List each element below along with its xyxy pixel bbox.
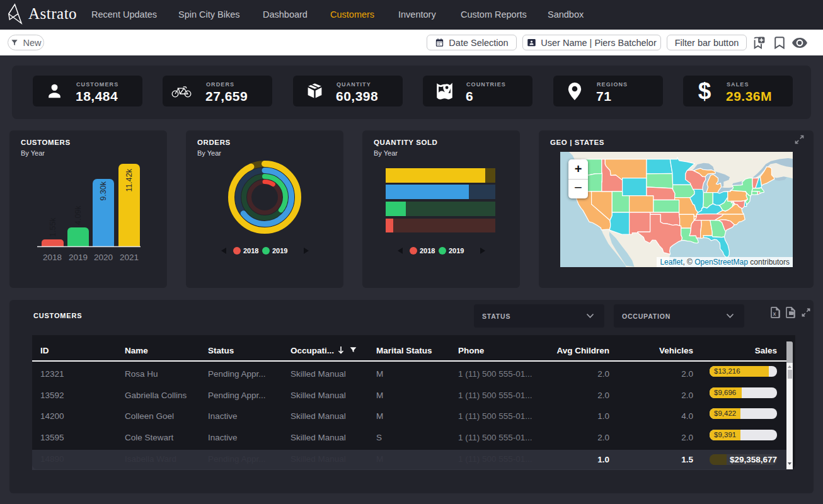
svg-text:2021: 2021 bbox=[120, 253, 139, 262]
svg-text:x: x bbox=[773, 311, 776, 317]
svg-text:2019: 2019 bbox=[69, 253, 88, 262]
svg-text:11.42k: 11.42k bbox=[125, 168, 134, 192]
svg-text:2019: 2019 bbox=[272, 247, 287, 255]
svg-text:2018: 2018 bbox=[43, 253, 62, 262]
svg-text:2019: 2019 bbox=[449, 247, 464, 255]
svg-text:2018: 2018 bbox=[243, 247, 258, 255]
svg-text:9.30k: 9.30k bbox=[99, 181, 108, 200]
svg-text:2018: 2018 bbox=[420, 247, 435, 255]
svg-text:1.55k: 1.55k bbox=[49, 217, 57, 237]
svg-text:4.09k: 4.09k bbox=[74, 205, 83, 225]
svg-text:2020: 2020 bbox=[94, 253, 113, 262]
